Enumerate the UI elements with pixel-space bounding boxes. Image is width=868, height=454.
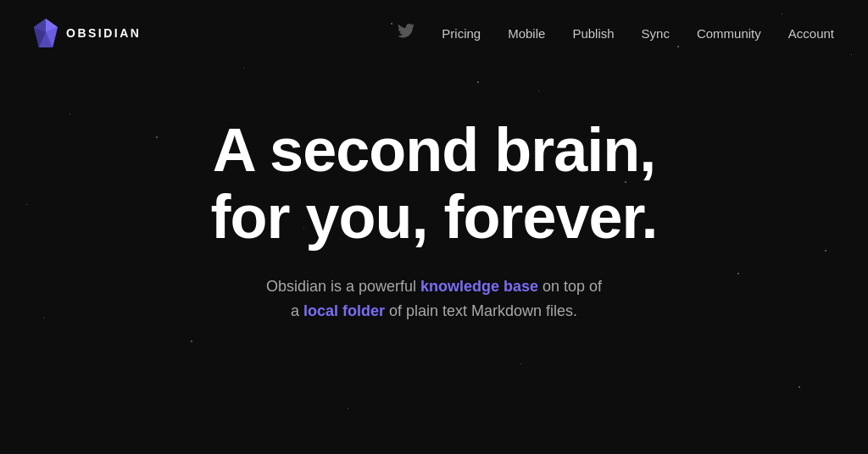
hero-heading: A second brain, for you, forever. — [210, 117, 657, 251]
hero-heading-line2: for you, forever. — [210, 183, 657, 251]
hero-desc-before: Obsidian is a powerful — [266, 278, 420, 295]
hero-section: A second brain, for you, forever. Obsidi… — [0, 66, 868, 324]
hero-description: Obsidian is a powerful knowledge base on… — [266, 274, 602, 324]
hero-desc-middle: on top of — [538, 278, 602, 295]
knowledge-base-link[interactable]: knowledge base — [420, 278, 538, 295]
sync-link[interactable]: Sync — [642, 26, 670, 41]
hero-desc-after: of plain text Markdown files. — [385, 302, 577, 319]
obsidian-gem-icon — [34, 19, 58, 47]
logo-text: OBSIDIAN — [66, 26, 141, 40]
community-link[interactable]: Community — [697, 26, 761, 41]
local-folder-link[interactable]: local folder — [303, 302, 385, 319]
hero-desc-line2-before: a — [291, 302, 303, 319]
navbar: OBSIDIAN Pricing Mobile Publish Sync Com… — [0, 0, 868, 66]
logo[interactable]: OBSIDIAN — [34, 19, 141, 47]
nav-links: Pricing Mobile Publish Sync Community Ac… — [398, 24, 834, 43]
hero-heading-line1: A second brain, — [213, 116, 655, 184]
mobile-link[interactable]: Mobile — [508, 26, 545, 41]
pricing-link[interactable]: Pricing — [442, 26, 481, 41]
twitter-icon[interactable] — [398, 24, 415, 43]
publish-link[interactable]: Publish — [572, 26, 614, 41]
account-link[interactable]: Account — [788, 26, 834, 41]
